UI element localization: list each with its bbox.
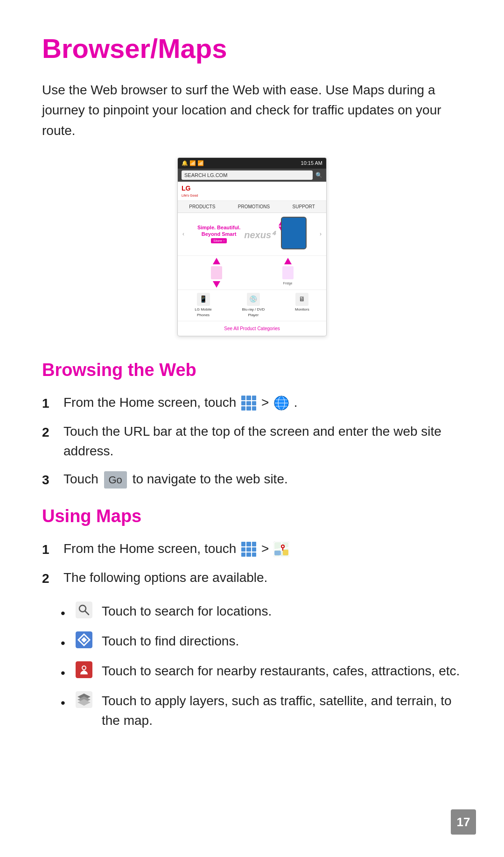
maps-step-text-1: From the Home screen, touch >: [63, 539, 290, 559]
maps-step-text-2: The following options are available.: [63, 568, 267, 588]
bullet-dot-2: •: [61, 633, 70, 653]
maps-app-icon: [273, 541, 289, 557]
product-up-arrow-1: [213, 258, 220, 264]
hero-tagline2: Beyond Smart: [197, 231, 240, 237]
step-number-3: 3: [42, 470, 59, 490]
product-arrow-1: [211, 258, 222, 288]
browsing-heading: Browsing the Web: [42, 357, 462, 383]
hero-content: Simple. Beautiful. Beyond Smart Store › …: [184, 217, 320, 252]
nexus-label: nexus⁴: [244, 224, 275, 244]
step-text-2: Touch the URL bar at the top of the scre…: [63, 422, 462, 461]
maps-steps: 1 From the Home screen, touch >: [42, 539, 462, 588]
globe-icon: [273, 395, 289, 411]
bullet-dot-4: •: [61, 693, 70, 713]
phone-hero: ‹ Simple. Beautiful. Beyond Smart Store …: [178, 213, 326, 256]
bullet-text-layers: Touch to apply layers, such as traffic, …: [102, 691, 462, 730]
hero-tagline: Simple. Beautiful.: [197, 224, 240, 231]
layers-icon: [76, 691, 92, 708]
category-mobile-icon: 📱: [197, 293, 210, 306]
bullet-text-search: Touch to search for locations.: [102, 602, 272, 621]
bullet-text-directions: Touch to find directions.: [102, 631, 239, 651]
carousel-right-arrow: ›: [320, 230, 322, 238]
maps-step1-separator: >: [261, 541, 273, 556]
phone-status-bar: 🔔 📶 📶 10:15 AM: [178, 158, 326, 169]
phone-see-all: See All Product Categories: [178, 321, 326, 336]
maps-step-number-1: 1: [42, 540, 59, 560]
category-mobile: 📱 LG MobilePhones: [195, 293, 211, 318]
store-button: Store ›: [197, 238, 240, 244]
bullet-dot-1: •: [61, 603, 70, 623]
lg-logo: LG Life's Good: [182, 184, 198, 198]
phone-screenshot-wrapper: 🔔 📶 📶 10:15 AM SEARCH LG.COM 🔍 LG Life's…: [42, 157, 462, 336]
step1-separator: >: [261, 395, 273, 410]
bullet-layers: • Touch to apply layers, such as traffic…: [61, 691, 462, 730]
category-bluray-icon: 💿: [247, 293, 260, 306]
lg-logo-text: LG: [182, 184, 198, 193]
device-illustration: [279, 217, 307, 252]
step-text-1: From the Home screen, touch > .: [63, 393, 298, 412]
nav-promotions: PROMOTIONS: [238, 203, 270, 210]
lg-logo-sub: Life's Good: [182, 193, 198, 198]
phone-url-input: SEARCH LG.COM: [182, 170, 313, 180]
category-monitors: 🖥 Monitors: [295, 293, 309, 318]
search-locations-icon: [76, 602, 92, 618]
step-maps-1: 1 From the Home screen, touch >: [42, 539, 462, 560]
svg-rect-10: [274, 551, 281, 555]
category-bluray: 💿 Blu-ray / DVDPlayer: [242, 293, 265, 318]
maps-step-number-2: 2: [42, 569, 59, 588]
svg-point-21: [83, 666, 85, 669]
category-bluray-label: Blu-ray / DVDPlayer: [242, 307, 265, 318]
step-browse-2: 2 Touch the URL bar at the top of the sc…: [42, 422, 462, 461]
category-monitors-label: Monitors: [295, 307, 309, 312]
svg-rect-12: [76, 602, 92, 618]
bullet-nearby: • Touch to search for nearby restaurants…: [61, 661, 462, 683]
device-screen: [282, 218, 306, 248]
phone-time: 10:15 AM: [301, 159, 322, 167]
category-monitors-icon: 🖥: [295, 293, 308, 306]
phone-url-bar: SEARCH LG.COM 🔍: [178, 169, 326, 182]
nav-support: SUPPORT: [293, 203, 315, 210]
step-maps-2: 2 The following options are available.: [42, 568, 462, 588]
category-mobile-label: LG MobilePhones: [195, 307, 211, 318]
phone-nav-bar: PRODUCTS PROMOTIONS SUPPORT: [178, 201, 326, 213]
hero-text-block: Simple. Beautiful. Beyond Smart Store ›: [197, 224, 240, 244]
step1-period: .: [294, 395, 298, 410]
phone-search-icon: 🔍: [315, 171, 322, 179]
product-down-arrow-1: [213, 281, 220, 288]
product-label-fridge: Fridge: [283, 281, 293, 286]
phone-status-icons: 🔔 📶 📶: [182, 159, 204, 167]
page-number: 17: [451, 809, 476, 835]
page-title: Browser/Maps: [42, 28, 462, 69]
directions-icon: [76, 631, 92, 648]
phone-header-bar: LG Life's Good: [178, 182, 326, 201]
product-up-arrow-2: [284, 258, 292, 264]
go-button: Go: [104, 471, 127, 489]
svg-point-9: [282, 545, 284, 547]
step-browse-3: 3 Touch Go to navigate to the web site.: [42, 469, 462, 490]
maps-bullet-list: • Touch to search for locations. • Touch…: [61, 602, 462, 730]
step-number-2: 2: [42, 423, 59, 442]
bullet-text-nearby: Touch to search for nearby restaurants, …: [102, 661, 460, 681]
phone-screenshot: 🔔 📶 📶 10:15 AM SEARCH LG.COM 🔍 LG Life's…: [177, 157, 327, 336]
nearby-icon: [76, 661, 92, 678]
step3-text-after: to navigate to the web site.: [133, 472, 288, 486]
svg-rect-11: [283, 550, 288, 555]
step-browse-1: 1 From the Home screen, touch > .: [42, 393, 462, 413]
step1-text-before: From the Home screen, touch: [63, 395, 236, 410]
apps-grid-icon: [241, 396, 256, 411]
phone-categories: 📱 LG MobilePhones 💿 Blu-ray / DVDPlayer …: [178, 290, 326, 321]
device-img: [281, 217, 307, 249]
product-thumb-2: [282, 266, 294, 279]
browsing-steps: 1 From the Home screen, touch > .: [42, 393, 462, 490]
product-arrow-2: Fridge: [282, 258, 294, 288]
apps-grid-icon-2: [241, 542, 256, 557]
step-text-3: Touch Go to navigate to the web site.: [63, 469, 288, 489]
maps-step1-text-before: From the Home screen, touch: [63, 541, 236, 556]
maps-heading: Using Maps: [42, 503, 462, 530]
step-number-1: 1: [42, 394, 59, 413]
intro-paragraph: Use the Web browser to surf the Web with…: [42, 80, 443, 141]
nav-products: PRODUCTS: [189, 203, 215, 210]
bullet-dot-3: •: [61, 663, 70, 683]
product-thumb-1: [211, 266, 222, 279]
step3-text-before: Touch: [63, 472, 98, 486]
